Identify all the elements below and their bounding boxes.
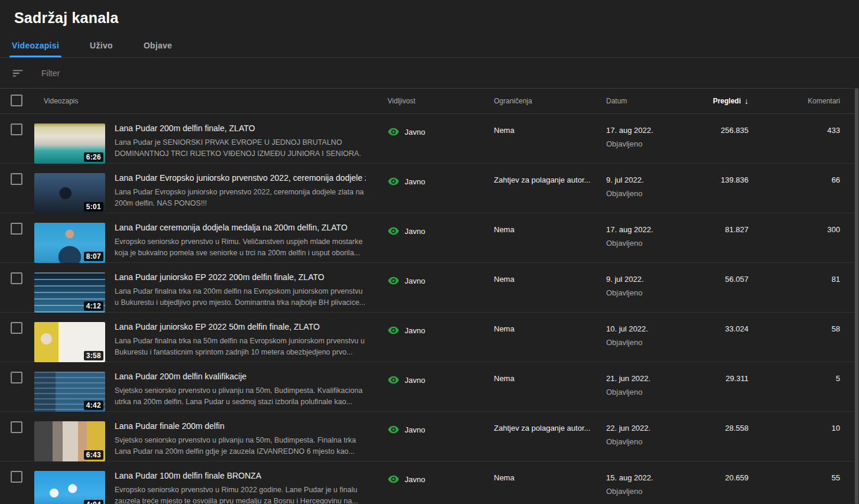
visibility-label: Javno bbox=[405, 227, 425, 236]
video-title[interactable]: Lana Pudar 100m delfin finale BRONZA bbox=[115, 471, 366, 480]
row-checkbox[interactable] bbox=[11, 322, 22, 334]
filter-input[interactable] bbox=[40, 68, 279, 79]
table-row: 5:01 Lana Pudar Evropsko juniorsko prven… bbox=[0, 164, 859, 213]
column-header-visibility: Vidljivost bbox=[378, 97, 484, 105]
video-duration-badge: 4:04 bbox=[84, 500, 103, 504]
video-thumbnail[interactable]: 5:01 bbox=[34, 173, 105, 213]
views-value: 56.057 bbox=[684, 263, 749, 284]
public-eye-icon bbox=[388, 473, 399, 485]
tab-label: Videozapisi bbox=[12, 41, 59, 50]
comments-value: 66 bbox=[749, 164, 859, 184]
public-eye-icon bbox=[388, 126, 399, 138]
restrictions-value: Zahtjev za polaganje autor... bbox=[484, 164, 597, 184]
row-checkbox[interactable] bbox=[11, 223, 22, 235]
video-title[interactable]: Lana Pudar 200m delfin kvalifikacije bbox=[115, 372, 366, 381]
row-checkbox[interactable] bbox=[11, 123, 22, 135]
date-value: 17. aug 2022. bbox=[606, 225, 684, 235]
table-row: 4:04 Lana Pudar 100m delfin finale BRONZ… bbox=[0, 461, 859, 504]
video-title[interactable]: Lana Pudar ceremonija dodjela medalja na… bbox=[115, 223, 366, 232]
video-thumbnail[interactable]: 8:07 bbox=[34, 223, 105, 263]
video-title[interactable]: Lana Pudar finale 200m delfin bbox=[115, 421, 366, 431]
restrictions-value: Nema bbox=[484, 213, 597, 234]
date-value: 17. aug 2022. bbox=[606, 126, 684, 135]
comments-value: 300 bbox=[749, 213, 859, 234]
video-duration-badge: 3:58 bbox=[84, 351, 103, 360]
column-header-video: Videozapis bbox=[34, 97, 378, 105]
comments-value: 5 bbox=[749, 362, 859, 383]
video-description: Lana Pudar finalna trka na 200m delfin n… bbox=[115, 286, 366, 309]
table-row: 4:42 Lana Pudar 200m delfin kvalifikacij… bbox=[0, 362, 859, 412]
row-checkbox[interactable] bbox=[11, 272, 22, 284]
public-eye-icon bbox=[388, 275, 399, 287]
video-description: Lana Pudar finalna trka na 50m delfin na… bbox=[115, 336, 366, 359]
video-thumbnail[interactable]: 4:12 bbox=[34, 272, 105, 313]
tab-uzivo[interactable]: Uživo bbox=[87, 41, 115, 57]
visibility-label: Javno bbox=[405, 277, 425, 285]
row-checkbox[interactable] bbox=[11, 372, 22, 383]
row-checkbox[interactable] bbox=[11, 471, 22, 483]
table-row: 3:58 Lana Pudar juniorsko EP 2022 50m de… bbox=[0, 313, 859, 362]
video-thumbnail[interactable]: 6:26 bbox=[34, 123, 105, 164]
video-duration-badge: 5:01 bbox=[84, 202, 103, 212]
video-thumbnail[interactable]: 6:43 bbox=[34, 421, 105, 461]
public-eye-icon bbox=[388, 374, 399, 386]
video-description: Evropsko seniorsko prvenstvo u Rimu 2022… bbox=[115, 485, 366, 504]
visibility-label: Javno bbox=[405, 376, 425, 385]
views-value: 139.836 bbox=[684, 164, 749, 184]
tab-label: Uživo bbox=[90, 41, 113, 50]
video-title[interactable]: Lana Pudar 200m delfin finale, ZLATO bbox=[115, 123, 366, 133]
video-description: Evropsko seniorsko prvenstvo u Rimu. Vel… bbox=[115, 236, 366, 259]
column-header-views[interactable]: Pregledi ↓ bbox=[684, 96, 749, 106]
comments-value: 55 bbox=[749, 461, 859, 482]
video-duration-badge: 8:07 bbox=[84, 252, 103, 261]
visibility-label: Javno bbox=[405, 425, 425, 434]
views-header-label: Pregledi bbox=[713, 97, 741, 105]
date-status: Objavljeno bbox=[606, 288, 684, 298]
public-eye-icon bbox=[388, 175, 399, 187]
video-description: Lana Pudar je SENIORSKI PRVAK EVROPE U J… bbox=[115, 137, 366, 160]
restrictions-value: Nema bbox=[484, 461, 597, 482]
video-title[interactable]: Lana Pudar juniorsko EP 2022 50m delfin … bbox=[115, 322, 366, 331]
date-value: 9. jul 2022. bbox=[606, 175, 684, 185]
visibility-label: Javno bbox=[405, 177, 425, 186]
video-duration-badge: 6:26 bbox=[84, 152, 103, 162]
column-header-date: Datum bbox=[597, 97, 684, 105]
page-header: Sadržaj kanala bbox=[0, 0, 859, 33]
table-row: 8:07 Lana Pudar ceremonija dodjela medal… bbox=[0, 213, 859, 263]
scrollbar[interactable] bbox=[854, 88, 859, 504]
video-thumbnail[interactable]: 4:04 bbox=[34, 471, 105, 504]
video-thumbnail[interactable]: 3:58 bbox=[34, 322, 105, 362]
video-description: Svjetsko seniorsko prvenstvo u plivanju … bbox=[115, 385, 366, 408]
table-header-row: Videozapis Vidljivost Ograničenja Datum … bbox=[0, 89, 859, 114]
date-status: Objavljeno bbox=[606, 388, 684, 397]
tab-label: Objave bbox=[144, 41, 173, 50]
row-checkbox[interactable] bbox=[11, 421, 22, 433]
date-status: Objavljeno bbox=[606, 239, 684, 248]
scrollbar-thumb[interactable] bbox=[855, 88, 858, 504]
select-all-checkbox[interactable] bbox=[11, 95, 22, 106]
restrictions-value: Zahtjev za polaganje autor... bbox=[484, 412, 597, 433]
video-title[interactable]: Lana Pudar Evropsko juniorsko prvenstvo … bbox=[115, 173, 366, 183]
comments-value: 10 bbox=[749, 412, 859, 433]
date-value: 21. jun 2022. bbox=[606, 374, 684, 383]
sort-descending-arrow-icon: ↓ bbox=[744, 96, 749, 106]
video-title[interactable]: Lana Pudar juniorsko EP 2022 200m delfin… bbox=[115, 272, 366, 282]
tab-videozapisi[interactable]: Videozapisi bbox=[9, 41, 61, 57]
date-value: 22. jun 2022. bbox=[606, 424, 684, 433]
date-value: 9. jul 2022. bbox=[606, 275, 684, 284]
date-status: Objavljeno bbox=[606, 189, 684, 199]
video-thumbnail[interactable]: 4:42 bbox=[34, 372, 105, 412]
date-status: Objavljeno bbox=[606, 338, 684, 347]
restrictions-value: Nema bbox=[484, 313, 597, 333]
date-value: 10. jul 2022. bbox=[606, 324, 684, 334]
row-checkbox[interactable] bbox=[11, 173, 22, 185]
visibility-label: Javno bbox=[405, 475, 425, 484]
views-value: 20.659 bbox=[684, 461, 749, 482]
filter-list-icon[interactable] bbox=[11, 66, 25, 80]
views-value: 256.835 bbox=[684, 114, 749, 135]
public-eye-icon bbox=[388, 424, 399, 435]
video-duration-badge: 4:12 bbox=[84, 301, 103, 311]
tab-objave[interactable]: Objave bbox=[141, 41, 175, 57]
video-description: Lana Pudar Evropsko juniorsko prvenstvo … bbox=[115, 187, 366, 210]
views-value: 29.311 bbox=[684, 362, 749, 383]
